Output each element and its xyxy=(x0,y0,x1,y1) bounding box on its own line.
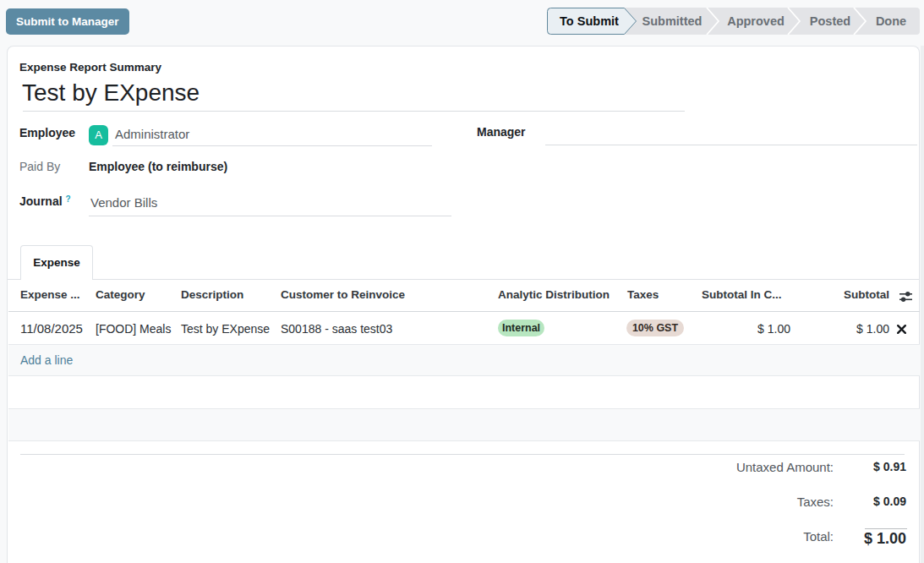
svg-text:Done: Done xyxy=(876,14,906,28)
svg-text:Approved: Approved xyxy=(727,14,785,28)
svg-text:Posted: Posted xyxy=(810,14,850,28)
svg-text:Submitted: Submitted xyxy=(642,14,703,28)
svg-text:To Submit: To Submit xyxy=(560,14,619,28)
